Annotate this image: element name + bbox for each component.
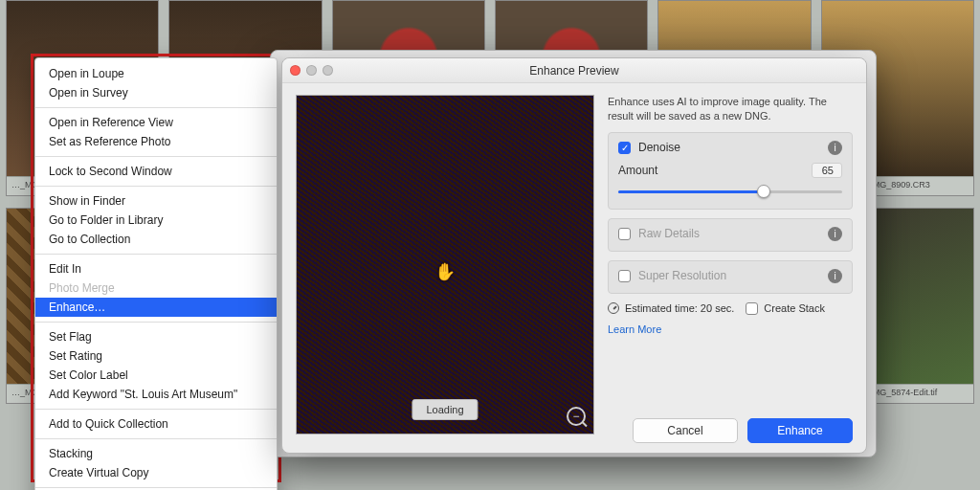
enhance-button[interactable]: Enhance bbox=[747, 418, 853, 443]
super-resolution-panel: Super Resolution i bbox=[608, 260, 853, 294]
dialog-titlebar[interactable]: Enhance Preview bbox=[282, 58, 866, 83]
loading-badge: Loading bbox=[412, 399, 478, 420]
super-res-label: Super Resolution bbox=[638, 269, 726, 282]
info-icon[interactable]: i bbox=[828, 141, 842, 155]
menu-item[interactable]: Lock to Second Window bbox=[35, 162, 277, 181]
enhance-dialog: Enhance Preview ✋ Loading − Enhance uses… bbox=[281, 57, 867, 454]
menu-item[interactable]: Open in Survey bbox=[35, 83, 277, 102]
minimize-icon[interactable] bbox=[306, 65, 317, 76]
denoise-label: Denoise bbox=[638, 141, 680, 154]
close-icon[interactable] bbox=[290, 65, 301, 76]
menu-item[interactable]: Go to Folder in Library bbox=[35, 211, 277, 230]
amount-slider[interactable] bbox=[618, 184, 842, 199]
learn-more-link[interactable]: Learn More bbox=[608, 323, 661, 335]
cancel-button[interactable]: Cancel bbox=[633, 418, 738, 443]
super-res-checkbox bbox=[618, 270, 631, 282]
menu-separator bbox=[35, 156, 277, 157]
dialog-description: Enhance uses AI to improve image quality… bbox=[608, 95, 853, 123]
preview-area[interactable]: ✋ Loading − bbox=[296, 95, 594, 434]
menu-item[interactable]: Show in Finder bbox=[35, 191, 277, 211]
menu-item[interactable]: Add Keyword "St. Louis Art Museum" bbox=[35, 385, 277, 404]
menu-item[interactable]: Enhance… bbox=[35, 298, 277, 317]
raw-details-label: Raw Details bbox=[638, 227, 700, 240]
raw-details-checkbox: ✓ bbox=[618, 228, 631, 240]
hand-cursor-icon: ✋ bbox=[434, 261, 456, 282]
amount-value[interactable]: 65 bbox=[812, 163, 842, 178]
menu-item[interactable]: Edit In bbox=[35, 259, 277, 278]
menu-item[interactable]: Stacking bbox=[35, 444, 277, 463]
menu-item[interactable]: Set Color Label bbox=[35, 366, 277, 385]
raw-details-panel: ✓ Raw Details i bbox=[608, 218, 853, 252]
zoom-out-icon[interactable]: − bbox=[567, 407, 586, 426]
menu-separator bbox=[35, 409, 277, 410]
dialog-title: Enhance Preview bbox=[529, 64, 618, 78]
denoise-panel: ✓ Denoise i Amount 65 bbox=[608, 132, 853, 210]
menu-item[interactable]: Open in Loupe bbox=[35, 64, 277, 83]
menu-item[interactable]: Create Virtual Copy bbox=[35, 463, 277, 482]
menu-separator bbox=[35, 186, 277, 187]
menu-item: Photo Merge bbox=[35, 278, 277, 298]
estimated-time: Estimated time: 20 sec. bbox=[625, 302, 734, 314]
amount-label: Amount bbox=[618, 164, 657, 177]
menu-item[interactable]: Set as Reference Photo bbox=[35, 132, 277, 151]
menu-separator bbox=[35, 438, 277, 439]
timer-icon bbox=[608, 302, 619, 314]
denoise-checkbox[interactable]: ✓ bbox=[618, 142, 631, 154]
window-controls bbox=[290, 65, 333, 76]
create-stack-checkbox[interactable] bbox=[746, 302, 758, 315]
menu-item[interactable]: Set Rating bbox=[35, 346, 277, 366]
menu-separator bbox=[35, 107, 277, 108]
menu-separator bbox=[35, 322, 277, 323]
info-icon[interactable]: i bbox=[828, 227, 842, 241]
menu-item[interactable]: Go to Collection bbox=[35, 230, 277, 249]
menu-item[interactable]: Set Flag bbox=[35, 327, 277, 346]
info-icon[interactable]: i bbox=[828, 269, 842, 283]
menu-item[interactable]: Add to Quick Collection bbox=[35, 414, 277, 434]
zoom-icon[interactable] bbox=[323, 65, 333, 76]
menu-item[interactable]: Open in Reference View bbox=[35, 113, 277, 132]
create-stack-label: Create Stack bbox=[764, 302, 825, 314]
menu-separator bbox=[35, 254, 277, 255]
context-menu[interactable]: Open in LoupeOpen in SurveyOpen in Refer… bbox=[34, 57, 278, 490]
menu-separator bbox=[35, 487, 277, 488]
